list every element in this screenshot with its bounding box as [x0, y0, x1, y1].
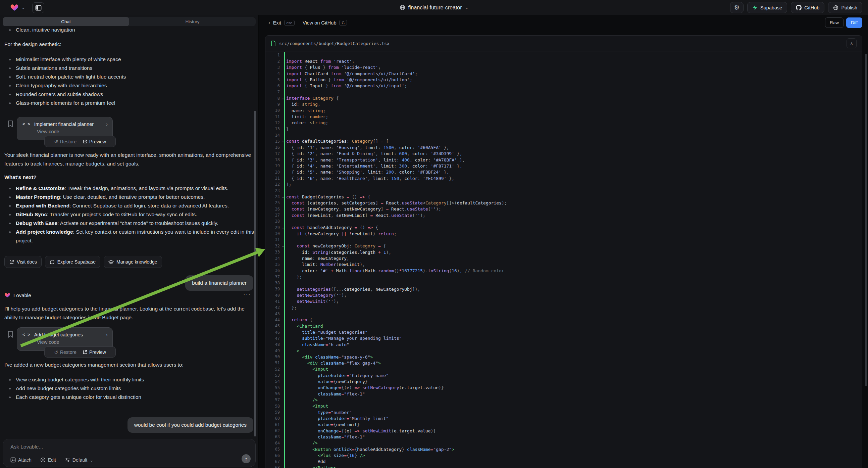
- view-on-github-link[interactable]: View on GitHub: [303, 20, 336, 26]
- code-line: 1: [266, 52, 862, 58]
- edit-mode-button[interactable]: Edit: [40, 457, 56, 463]
- code-line: 7: [266, 89, 862, 95]
- next-steps-list: Refine & Customize: Tweak the design, an…: [4, 184, 255, 245]
- code-line: 30 if (!newCategory || !newLimit) return…: [266, 231, 862, 237]
- assistant-intro: I'll help you add budget categories to t…: [4, 304, 256, 322]
- code-icon: < >: [23, 332, 31, 337]
- code-line: 59 type="number": [266, 409, 862, 415]
- user-message-bubble: build a financial planner: [185, 275, 253, 291]
- manage-knowledge-button[interactable]: Manage knowledge: [104, 256, 162, 268]
- code-line: 55 onChange={(e) => setNewCategory(e.tar…: [266, 385, 862, 391]
- chevron-down-icon: ⌄: [90, 458, 93, 463]
- code-line: 52 <Input: [266, 366, 862, 372]
- code-line: 16 { id: '1', name: 'Housing', limit: 15…: [266, 144, 862, 150]
- code-line: 12 color: string;: [266, 120, 862, 126]
- restore-button[interactable]: ↺ Restore: [54, 139, 76, 144]
- code-line: 50 <div className="space-y-6">: [266, 354, 862, 360]
- code-line: 53 placeholder="Category name": [266, 372, 862, 378]
- collapse-file-button[interactable]: ∧: [846, 38, 857, 48]
- code-line: 25 const [categories, setCategories] = R…: [266, 200, 862, 206]
- code-line: 67 Add: [266, 459, 862, 465]
- code-line: 27 const [newLimit, setNewLimit] = React…: [266, 212, 862, 218]
- view-code-link[interactable]: View code: [17, 127, 113, 134]
- chat-scrollbar[interactable]: [254, 111, 256, 436]
- list-item: Add new budget categories with custom li…: [4, 384, 255, 393]
- view-code-link[interactable]: View code: [17, 338, 113, 345]
- external-link-icon: [83, 139, 87, 144]
- tab-chat[interactable]: Chat: [3, 17, 129, 26]
- list-item: Clean, intuitive navigation: [4, 26, 254, 34]
- code-line: 4import ChartCard from '@/components/ui/…: [266, 70, 862, 77]
- list-item: Debug with Ease: Activate our experiment…: [4, 219, 255, 228]
- tab-history[interactable]: History: [129, 17, 256, 26]
- preview-button[interactable]: Preview: [83, 350, 106, 355]
- chevron-left-icon[interactable]: ‹: [269, 20, 271, 26]
- version-card-actions: ↺ Restore Preview: [44, 347, 116, 357]
- code-line: 35 limit: Number(newLimit),: [266, 262, 862, 268]
- code-scrollbar[interactable]: [865, 54, 867, 386]
- code-line: 21 { id: '6', name: 'Healthcare', limit:…: [266, 175, 862, 181]
- chat-panel: Chat History Clean, intuitive navigation…: [0, 15, 258, 468]
- code-line: 41 setNewLimit('');: [266, 298, 862, 304]
- restore-button[interactable]: ↺ Restore: [54, 350, 76, 355]
- list-item: GitHub Sync: Transfer your project's cod…: [4, 210, 255, 219]
- message-circle-icon: [50, 260, 55, 265]
- message-menu-icon[interactable]: ···: [243, 291, 251, 298]
- code-line: 5import { Button } from '@/components/ui…: [266, 77, 862, 83]
- code-line: 65 <Button onClick={handleAddCategory} c…: [266, 446, 862, 452]
- external-link-icon: [9, 260, 14, 265]
- settings-button[interactable]: ⚙: [730, 2, 744, 13]
- code-line: 19 { id: '4', name: 'Entertainment', lim…: [266, 163, 862, 169]
- code-line: 37 };: [266, 273, 862, 280]
- bookmark-icon[interactable]: [7, 120, 13, 127]
- composer-input[interactable]: Ask Lovable...: [10, 444, 43, 450]
- code-line: 22];: [266, 181, 862, 187]
- send-button[interactable]: ↑: [242, 454, 251, 463]
- code-line: 54 value={newCategory}: [266, 378, 862, 384]
- publish-button[interactable]: Publish: [828, 2, 862, 13]
- exit-button[interactable]: Exit: [273, 20, 281, 26]
- quick-actions: Visit docs Explore Supabase Manage knowl…: [4, 256, 162, 268]
- code-line: 68 </Button>: [266, 465, 862, 468]
- design-bullet-list: Minimalist interface with plenty of whit…: [4, 55, 254, 108]
- publish-globe-icon: [833, 5, 838, 10]
- code-line: 48 className="h-auto": [266, 342, 862, 348]
- code-line: 8⌄interface Category {: [266, 95, 862, 101]
- bookmark-icon[interactable]: [7, 331, 13, 338]
- code-line: 42 };: [266, 304, 862, 311]
- raw-toggle-button[interactable]: Raw: [825, 18, 843, 28]
- github-button[interactable]: GitHub: [791, 2, 825, 13]
- design-heading: For the design aesthetic:: [4, 40, 61, 49]
- list-item: Expand with Backend: Connect Supabase to…: [4, 201, 255, 210]
- supabase-button[interactable]: Supabase: [747, 2, 787, 13]
- added-bullet-list: View existing budget categories with the…: [4, 375, 255, 402]
- code-line: 58 <Input: [266, 403, 862, 409]
- code-line: 9 id: string;: [266, 101, 862, 108]
- code-line: 20 { id: '5', name: 'Shopping', limit: 2…: [266, 169, 862, 175]
- attach-button[interactable]: Attach: [10, 457, 32, 463]
- code-line: 40 setNewCategory('');: [266, 292, 862, 298]
- code-line: 63 className="flex-1": [266, 434, 862, 440]
- ready-paragraph: Your sleek financial planner is now read…: [4, 151, 255, 168]
- bullet-list-single: Clean, intuitive navigation: [4, 26, 254, 34]
- code-line: 46 title="Budget Categories": [266, 329, 862, 335]
- file-path: src/components/budget/BudgetCategories.t…: [279, 41, 843, 46]
- visit-docs-button[interactable]: Visit docs: [4, 256, 41, 268]
- chevron-right-icon: ›: [106, 332, 108, 338]
- code-icon: < >: [23, 121, 31, 126]
- composer[interactable]: Ask Lovable... Attach Edit: [3, 439, 256, 467]
- preview-button[interactable]: Preview: [83, 139, 106, 144]
- code-line: 3import { Plus } from 'lucide-react';: [266, 64, 862, 70]
- project-chevron-down-icon: ⌄: [465, 5, 469, 10]
- code-line: 66 <Plus size={16} />: [266, 452, 862, 458]
- mode-selector[interactable]: Default ⌄: [65, 457, 93, 463]
- diff-toggle-button[interactable]: Diff: [846, 18, 862, 28]
- code-line: 15⌄const defaultCategories: Category[] =…: [266, 138, 862, 144]
- code-line: 17 { id: '2', name: 'Food & Dining', lim…: [266, 151, 862, 157]
- code-line: 33 id: String(categories.length + 1),: [266, 249, 862, 255]
- assistant-header: Lovable: [4, 292, 31, 298]
- code-line: 6import { Input } from '@/components/ui/…: [266, 83, 862, 89]
- explore-supabase-button[interactable]: Explore Supabase: [45, 256, 100, 268]
- code-line: 23: [266, 188, 862, 194]
- file-header-row[interactable]: src/components/budget/BudgetCategories.t…: [266, 36, 862, 51]
